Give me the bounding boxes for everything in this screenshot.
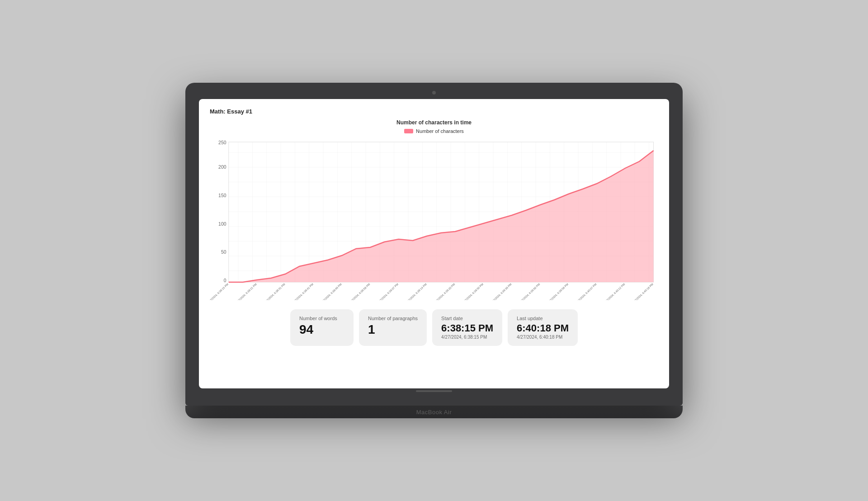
stat-card-start-date: Start date 6:38:15 PM 4/27/2024, 6:38:15… [432, 309, 502, 346]
paragraphs-label: Number of paragraphs [368, 316, 418, 321]
laptop-camera [432, 91, 436, 95]
svg-text:200: 200 [218, 165, 226, 170]
legend-label: Number of characters [416, 128, 464, 134]
svg-text:4/27/2024, 6:40:18 PM: 4/27/2024, 6:40:18 PM [631, 283, 654, 300]
chart-area: 0 50 100 150 200 250 [210, 137, 658, 300]
legend-color [404, 129, 413, 133]
svg-text:4/27/2024, 6:39:20 PM: 4/27/2024, 6:39:20 PM [433, 283, 456, 300]
words-label: Number of words [299, 316, 344, 321]
last-update-value: 6:40:18 PM [517, 323, 569, 334]
svg-text:50: 50 [221, 250, 226, 255]
laptop-frame: Math: Essay #1 Number of characters in t… [185, 83, 683, 418]
laptop-screen: Math: Essay #1 Number of characters in t… [199, 99, 669, 388]
stats-row: Number of words 94 Number of paragraphs … [210, 309, 658, 346]
chart-svg: 0 50 100 150 200 250 [210, 137, 658, 300]
svg-text:4/27/2024, 6:38:15 PM: 4/27/2024, 6:38:15 PM [210, 283, 229, 300]
laptop-base: MacBook Air [185, 406, 683, 418]
svg-text:100: 100 [218, 222, 226, 227]
svg-text:250: 250 [218, 140, 226, 145]
start-date-sub: 4/27/2024, 6:38:15 PM [441, 335, 493, 340]
last-update-label: Last update [517, 316, 569, 321]
svg-text:0: 0 [224, 278, 226, 283]
stat-card-words: Number of words 94 [290, 309, 354, 346]
svg-text:150: 150 [218, 193, 226, 198]
chart-container: Number of characters in time Number of c… [210, 119, 658, 300]
laptop-hinge [416, 390, 452, 392]
svg-text:4/27/2024, 6:38:31 PM: 4/27/2024, 6:38:31 PM [263, 283, 286, 300]
laptop-brand-label: MacBook Air [416, 409, 452, 416]
chart-title: Number of characters in time [210, 119, 658, 126]
svg-text:4/27/2024, 6:39:58 PM: 4/27/2024, 6:39:58 PM [546, 283, 569, 300]
svg-text:4/27/2024, 6:40:07 PM: 4/27/2024, 6:40:07 PM [575, 283, 597, 300]
svg-text:4/27/2024, 6:38:21 PM: 4/27/2024, 6:38:21 PM [235, 283, 257, 300]
start-date-value: 6:38:15 PM [441, 323, 493, 334]
svg-text:4/27/2024, 6:39:07 PM: 4/27/2024, 6:39:07 PM [377, 283, 399, 300]
stat-card-last-update: Last update 6:40:18 PM 4/27/2024, 6:40:1… [508, 309, 578, 346]
svg-text:4/27/2024, 6:39:14 PM: 4/27/2024, 6:39:14 PM [405, 283, 427, 300]
chart-legend: Number of characters [210, 128, 658, 134]
page-title: Math: Essay #1 [210, 108, 658, 115]
svg-text:4/27/2024, 6:39:39 PM: 4/27/2024, 6:39:39 PM [490, 283, 512, 300]
start-date-label: Start date [441, 316, 493, 321]
last-update-sub: 4/27/2024, 6:40:18 PM [517, 335, 569, 340]
svg-text:4/27/2024, 6:38:49 PM: 4/27/2024, 6:38:49 PM [320, 283, 342, 300]
svg-text:4/27/2024, 6:39:30 PM: 4/27/2024, 6:39:30 PM [462, 283, 484, 300]
svg-text:4/27/2024, 6:40:12 PM: 4/27/2024, 6:40:12 PM [603, 283, 626, 300]
svg-text:4/27/2024, 6:39:50 PM: 4/27/2024, 6:39:50 PM [518, 283, 541, 300]
paragraphs-value: 1 [368, 323, 418, 337]
stat-card-paragraphs: Number of paragraphs 1 [359, 309, 427, 346]
words-value: 94 [299, 323, 344, 337]
svg-text:4/27/2024, 6:38:58 PM: 4/27/2024, 6:38:58 PM [348, 283, 371, 300]
svg-text:4/27/2024, 6:38:41 PM: 4/27/2024, 6:38:41 PM [292, 283, 314, 300]
x-axis-labels: 4/27/2024, 6:38:15 PM 4/27/2024, 6:38:21… [210, 283, 654, 300]
laptop-body: Math: Essay #1 Number of characters in t… [185, 83, 683, 406]
